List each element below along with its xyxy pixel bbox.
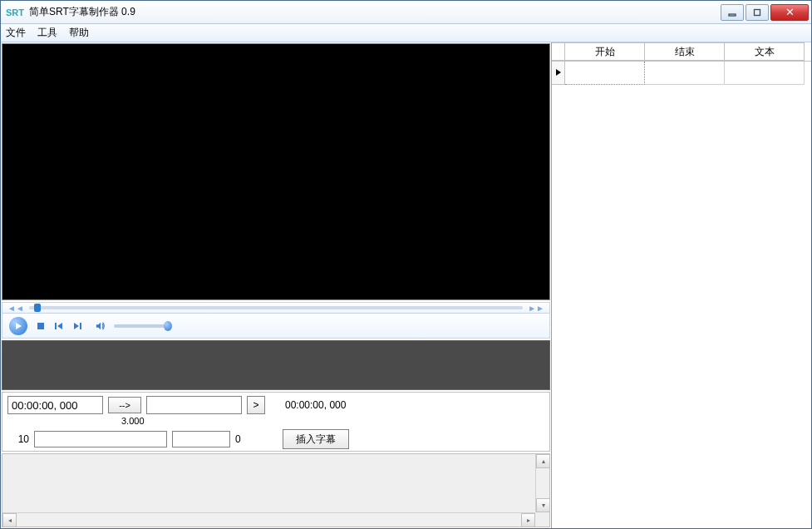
- insert-subtitle-button[interactable]: 插入字幕: [283, 429, 349, 449]
- seek-thumb[interactable]: [34, 304, 41, 312]
- scroll-up-button[interactable]: ▴: [536, 454, 550, 468]
- maximize-button[interactable]: [746, 4, 769, 21]
- left-slot-input[interactable]: [34, 431, 167, 447]
- step-value: 3.000: [121, 416, 544, 426]
- svg-marker-2: [16, 323, 22, 329]
- subtitle-table: 开始 结束 文本: [552, 42, 811, 85]
- vertical-scrollbar[interactable]: ▴ ▾: [535, 454, 549, 512]
- table-row[interactable]: [552, 62, 811, 85]
- video-preview[interactable]: [2, 43, 550, 300]
- cell-end[interactable]: [645, 62, 725, 85]
- subtitle-table-pane: 开始 结束 文本: [552, 42, 811, 528]
- play-icon: [14, 322, 22, 330]
- col-text[interactable]: 文本: [725, 42, 805, 61]
- play-button[interactable]: [9, 317, 27, 335]
- start-time-input[interactable]: [7, 396, 103, 414]
- svg-rect-1: [755, 9, 760, 15]
- seek-back-icon[interactable]: ◄◄: [7, 304, 24, 313]
- current-row-icon: [555, 67, 562, 79]
- left-number-label: 10: [7, 433, 29, 445]
- prev-button[interactable]: [54, 321, 64, 331]
- horizontal-scrollbar[interactable]: ◂ ▸: [2, 512, 535, 527]
- col-end[interactable]: 结束: [645, 42, 725, 61]
- titlebar[interactable]: SRT 简单SRT字幕制作器 0.9 ✕: [1, 1, 811, 24]
- end-time-input[interactable]: [146, 396, 242, 414]
- stop-button[interactable]: [36, 321, 46, 331]
- app-window: SRT 简单SRT字幕制作器 0.9 ✕ 文件 工具 帮助 ◄◄ ►►: [0, 0, 812, 529]
- waveform-area[interactable]: [2, 340, 550, 390]
- cell-text[interactable]: [725, 62, 805, 85]
- svg-rect-7: [80, 323, 81, 329]
- menu-help[interactable]: 帮助: [69, 26, 89, 40]
- window-controls: ✕: [719, 4, 809, 21]
- left-pane: ◄◄ ►►: [1, 42, 552, 528]
- svg-rect-4: [55, 323, 57, 329]
- svg-marker-6: [74, 323, 79, 329]
- seek-bar[interactable]: ◄◄ ►►: [2, 302, 550, 314]
- menu-tools[interactable]: 工具: [37, 26, 57, 40]
- right-number-label: 0: [235, 433, 241, 445]
- col-start[interactable]: 开始: [565, 42, 645, 61]
- row-marker[interactable]: [552, 62, 565, 85]
- scroll-right-button[interactable]: ▸: [521, 513, 535, 527]
- speaker-icon: [96, 321, 106, 331]
- cell-start[interactable]: [565, 62, 645, 85]
- forward-step-button[interactable]: >: [247, 396, 265, 414]
- next-icon: [72, 321, 82, 331]
- svg-marker-5: [57, 323, 62, 329]
- client-area: ◄◄ ►►: [1, 42, 811, 528]
- scroll-down-button[interactable]: ▾: [536, 498, 550, 512]
- media-controls: [2, 314, 550, 339]
- volume-slider[interactable]: [114, 324, 172, 328]
- volume-button[interactable]: [96, 321, 106, 331]
- seek-track[interactable]: [29, 306, 523, 309]
- app-icon: SRT: [6, 7, 24, 17]
- subtitle-inputs: --> > 00:00:00, 000 3.000 10 0 插入字幕: [2, 392, 550, 452]
- close-button[interactable]: ✕: [770, 4, 809, 21]
- bottom-panel: ▴ ▾ ◂ ▸: [2, 453, 550, 527]
- display-time: 00:00:00, 000: [285, 399, 346, 411]
- table-header: 开始 结束 文本: [552, 42, 811, 62]
- minimize-button[interactable]: [721, 4, 744, 21]
- menubar: 文件 工具 帮助: [1, 24, 811, 42]
- prev-icon: [54, 321, 64, 331]
- stop-icon: [36, 321, 46, 331]
- window-title: 简单SRT字幕制作器 0.9: [29, 5, 719, 19]
- svg-rect-0: [729, 14, 736, 16]
- svg-marker-8: [96, 322, 101, 329]
- menu-file[interactable]: 文件: [6, 26, 26, 40]
- right-slot-input[interactable]: [172, 431, 230, 447]
- volume-thumb[interactable]: [164, 321, 172, 331]
- row-header-corner: [552, 42, 565, 61]
- seek-fwd-icon[interactable]: ►►: [528, 304, 544, 313]
- arrow-button[interactable]: -->: [108, 397, 141, 413]
- svg-marker-9: [556, 69, 561, 76]
- svg-rect-3: [37, 323, 44, 329]
- next-button[interactable]: [72, 321, 82, 331]
- scroll-left-button[interactable]: ◂: [2, 513, 17, 527]
